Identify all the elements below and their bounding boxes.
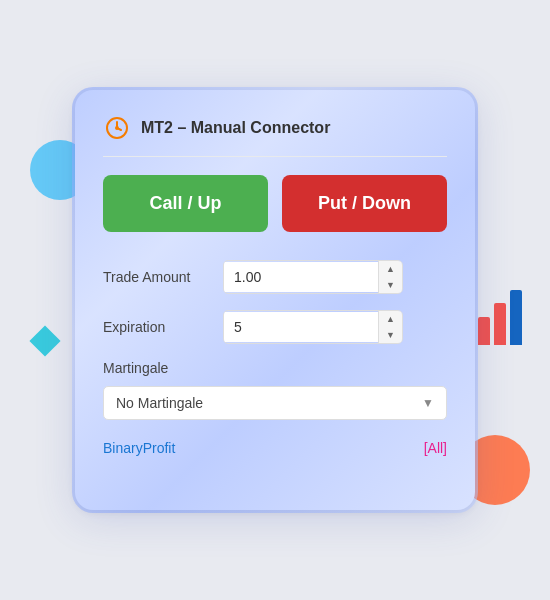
- bg-diamond: [29, 325, 60, 356]
- trade-amount-input[interactable]: [224, 262, 378, 292]
- trade-amount-input-wrap: ▲ ▼: [223, 260, 403, 294]
- trade-amount-up[interactable]: ▲: [379, 261, 402, 277]
- all-link[interactable]: [All]: [424, 440, 447, 456]
- expiration-row: Expiration ▲ ▼: [103, 310, 447, 344]
- martingale-dropdown[interactable]: No Martingale ▼: [103, 386, 447, 420]
- martingale-section: Martingale No Martingale ▼: [103, 360, 447, 420]
- martingale-value: No Martingale: [116, 395, 422, 411]
- trade-amount-spinner: ▲ ▼: [378, 261, 402, 293]
- expiration-up[interactable]: ▲: [379, 311, 402, 327]
- trade-amount-label: Trade Amount: [103, 269, 223, 285]
- main-card: MT2 – Manual Connector Call / Up Put / D…: [75, 90, 475, 510]
- trade-amount-down[interactable]: ▼: [379, 277, 402, 293]
- dropdown-arrow-icon: ▼: [422, 396, 434, 410]
- expiration-input[interactable]: [224, 312, 378, 342]
- expiration-label: Expiration: [103, 319, 223, 335]
- trade-amount-row: Trade Amount ▲ ▼: [103, 260, 447, 294]
- expiration-input-wrap: ▲ ▼: [223, 310, 403, 344]
- bg-bars: [478, 290, 522, 345]
- connector-icon: [103, 114, 131, 142]
- call-up-button[interactable]: Call / Up: [103, 175, 268, 232]
- binary-profit-link[interactable]: BinaryProfit: [103, 440, 175, 456]
- footer-links: BinaryProfit [All]: [103, 440, 447, 456]
- put-down-button[interactable]: Put / Down: [282, 175, 447, 232]
- bg-bar: [494, 303, 506, 345]
- card-header: MT2 – Manual Connector: [103, 114, 447, 157]
- svg-point-1: [115, 126, 119, 130]
- expiration-down[interactable]: ▼: [379, 327, 402, 343]
- action-buttons: Call / Up Put / Down: [103, 175, 447, 232]
- martingale-label: Martingale: [103, 360, 447, 376]
- header-title: MT2 – Manual Connector: [141, 119, 330, 137]
- bg-bar: [478, 317, 490, 345]
- expiration-spinner: ▲ ▼: [378, 311, 402, 343]
- bg-bar: [510, 290, 522, 345]
